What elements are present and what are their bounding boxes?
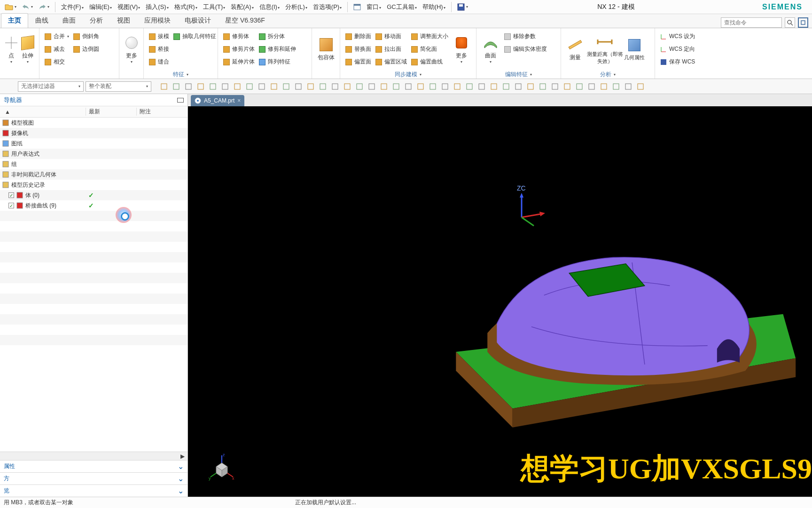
tree-row-0[interactable]: 模型视图	[0, 118, 187, 128]
tb-icon-14[interactable]	[330, 81, 340, 92]
tb-icon-33[interactable]	[562, 81, 572, 92]
tb-icon-39[interactable]	[635, 81, 646, 92]
tab-home[interactable]: 主页	[1, 13, 28, 28]
tb-icon-38[interactable]	[623, 81, 633, 92]
graphics-canvas[interactable]: ZC z x y 想学习UG加VXS	[188, 106, 812, 497]
btn-trim-extend[interactable]: 修剪和延伸	[258, 44, 296, 55]
btn-split[interactable]: 拆分体	[258, 31, 296, 42]
tb-icon-12[interactable]	[305, 81, 316, 92]
search-icon[interactable]	[785, 17, 795, 28]
btn-trim-sheet[interactable]: 修剪片体	[223, 44, 255, 55]
tab-surface[interactable]: 曲面	[55, 13, 83, 28]
tree-row-6[interactable]: 模型历史记录	[0, 180, 187, 190]
btn-measure-dist[interactable]: 测量距离（即将失效）	[586, 30, 623, 68]
btn-intersect[interactable]: 相交	[44, 56, 69, 68]
btn-offset-curve[interactable]: 偏置曲线	[411, 56, 448, 68]
checkbox[interactable]: ✓	[8, 192, 14, 198]
tab-star[interactable]: 星空 V6.936F	[218, 13, 272, 28]
nav-hscroll[interactable]: ▶	[0, 452, 187, 460]
tb-icon-25[interactable]	[464, 81, 475, 92]
tree-row-4[interactable]: 组	[0, 159, 187, 169]
btn-extrude[interactable]: 拉伸▾	[20, 30, 37, 68]
tb-icon-17[interactable]	[367, 81, 377, 92]
tb-icon-0[interactable]	[159, 81, 169, 92]
open-icon[interactable]: ▾	[3, 2, 18, 12]
tb-icon-3[interactable]	[195, 81, 206, 92]
tab-analyze[interactable]: 分析	[83, 13, 110, 28]
menu-window[interactable]: 窗口▾	[365, 2, 383, 12]
btn-point[interactable]: 点▾	[3, 30, 20, 68]
tb-icon-23[interactable]	[440, 81, 450, 92]
tb-icon-31[interactable]	[538, 81, 548, 92]
tab-view[interactable]: 视图	[110, 13, 137, 28]
filter-combo[interactable]: 无选择过滤器▾	[18, 81, 84, 92]
tree-row-8[interactable]: ✓桥接曲线 (9)✓	[0, 200, 187, 211]
tb-icon-35[interactable]	[586, 81, 597, 92]
tb-icon-32[interactable]	[550, 81, 560, 92]
tree-row-3[interactable]: 用户表达式	[0, 149, 187, 159]
btn-simplify-face[interactable]: 简化面	[411, 44, 448, 55]
tab-curve[interactable]: 曲线	[28, 13, 55, 28]
btn-wcs-save[interactable]: 保存 WCS	[660, 56, 695, 68]
tb-icon-24[interactable]	[452, 81, 462, 92]
btn-subtract[interactable]: 减去	[44, 44, 69, 55]
btn-wcs-orient[interactable]: WCS 定向	[660, 44, 695, 55]
tab-app[interactable]: 应用模块	[137, 13, 178, 28]
tb-icon-8[interactable]	[257, 81, 267, 92]
tb-icon-37[interactable]	[611, 81, 621, 92]
search-input[interactable]	[721, 17, 782, 28]
undo-icon[interactable]: ▾	[20, 3, 35, 11]
tb-icon-16[interactable]	[354, 81, 365, 92]
tb-icon-18[interactable]	[379, 81, 389, 92]
tb-icon-6[interactable]	[232, 81, 242, 92]
menu-info[interactable]: 信息(I)▾	[258, 2, 281, 12]
menu-prefs[interactable]: 首选项(P)▾	[311, 2, 344, 12]
tb-icon-36[interactable]	[599, 81, 609, 92]
btn-bridge[interactable]: 桥接	[148, 44, 169, 55]
btn-more-1[interactable]: 更多▾	[122, 30, 141, 68]
nav-tree[interactable]: 模型视图摄像机图纸用户表达式组非时间戳记几何体模型历史记录✓体 (0)✓✓桥接曲…	[0, 118, 187, 452]
dock-icon[interactable]	[177, 98, 184, 103]
tb-icon-7[interactable]	[244, 81, 255, 92]
tb-icon-34[interactable]	[574, 81, 585, 92]
btn-move-face[interactable]: 移动面	[375, 31, 407, 42]
menu-gc[interactable]: GC工具箱▾	[385, 2, 419, 12]
tb-icon-1[interactable]	[171, 81, 181, 92]
tab-electrode[interactable]: 电极设计	[178, 13, 218, 28]
tb-icon-21[interactable]	[415, 81, 426, 92]
tb-icon-19[interactable]	[391, 81, 401, 92]
btn-surface[interactable]: 曲面▾	[479, 30, 502, 68]
tree-row-2[interactable]: 图纸	[0, 138, 187, 149]
tb-icon-29[interactable]	[513, 81, 523, 92]
btn-offset-region[interactable]: 偏置区域	[375, 56, 407, 68]
tree-row-7[interactable]: ✓体 (0)✓	[0, 190, 187, 200]
menu-view[interactable]: 视图(V)▾	[116, 2, 142, 12]
tb-icon-2[interactable]	[183, 81, 194, 92]
tb-icon-5[interactable]	[220, 81, 230, 92]
btn-measure[interactable]: 测量	[564, 30, 586, 68]
menu-format[interactable]: 格式(R)▾	[172, 2, 199, 12]
btn-pull-face[interactable]: 拉出面	[375, 44, 407, 55]
btn-resize-face[interactable]: 调整面大小	[411, 31, 448, 42]
tb-icon-27[interactable]	[489, 81, 499, 92]
window-icon[interactable]	[351, 3, 363, 11]
panel-3[interactable]: 览⌄	[0, 484, 187, 497]
btn-trim-body[interactable]: 修剪体	[223, 31, 255, 42]
menu-file[interactable]: 文件(F)▾	[59, 2, 86, 12]
checkbox[interactable]: ✓	[8, 203, 14, 208]
tb-icon-9[interactable]	[269, 81, 279, 92]
menu-analyze[interactable]: 分析(L)▾	[283, 2, 309, 12]
tb-icon-30[interactable]	[525, 81, 536, 92]
tb-icon-28[interactable]	[501, 81, 511, 92]
tb-icon-15[interactable]	[342, 81, 352, 92]
btn-unite[interactable]: 合并▾	[44, 31, 69, 42]
file-tab-active[interactable]: A5_CAM.prt ×	[191, 95, 244, 106]
btn-extract[interactable]: 抽取几何特征	[173, 31, 216, 42]
fullscreen-icon[interactable]	[798, 17, 808, 28]
close-icon[interactable]: ×	[237, 97, 241, 104]
btn-extend-sheet[interactable]: 延伸片体	[223, 56, 255, 68]
btn-remove-param[interactable]: 移除参数	[504, 31, 547, 42]
btn-bounding[interactable]: 包容体	[315, 30, 337, 68]
menu-edit[interactable]: 编辑(E)▾	[87, 2, 114, 12]
tree-row-1[interactable]: 摄像机	[0, 128, 187, 138]
